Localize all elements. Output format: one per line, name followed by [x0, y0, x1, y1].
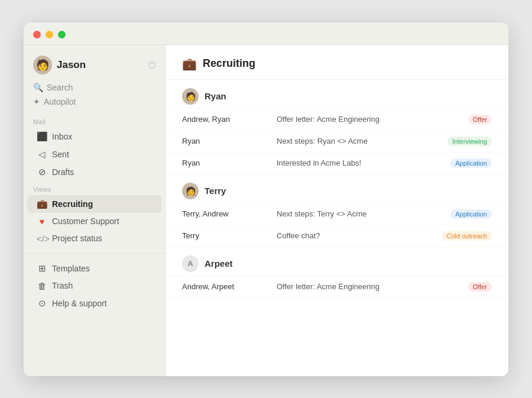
sidebar: 🧑 Jason ⬡ 🔍 Search ✦ Autopilot Mail ⬛ In… [24, 45, 166, 376]
sidebar-item-inbox[interactable]: ⬛ Inbox [27, 128, 161, 145]
app-window: 🧑 Jason ⬡ 🔍 Search ✦ Autopilot Mail ⬛ In… [24, 22, 508, 376]
email-subject: Coffee chat? [277, 231, 435, 240]
email-from: Ryan [182, 158, 277, 167]
search-icon: 🔍 [33, 83, 43, 92]
email-from: Ryan [182, 137, 277, 145]
sidebar-item-customer-support[interactable]: ♥ Customer Support [27, 213, 161, 230]
email-tag: Interviewing [447, 137, 492, 146]
email-tag: Cold outreach [442, 231, 492, 241]
contact-header-arpeet: A Arpeet [166, 247, 508, 276]
views-section-label: Views [24, 181, 165, 195]
avatar-terry: 🧑 [182, 183, 199, 199]
maximize-button[interactable] [58, 31, 66, 38]
templates-label: Templates [52, 264, 90, 273]
view-header-icon: 💼 [182, 57, 197, 71]
email-row[interactable]: Ryan Interested in Acme Labs! Applicatio… [166, 152, 508, 174]
drafts-label: Drafts [52, 167, 74, 177]
user-row: 🧑 Jason ⬡ [24, 52, 165, 80]
email-row[interactable]: Ryan Next steps: Ryan <> Acme Interviewi… [166, 130, 508, 152]
sidebar-item-trash[interactable]: 🗑 Trash [27, 277, 161, 295]
sent-label: Sent [52, 150, 69, 159]
project-status-label: Project status [52, 234, 102, 243]
email-row[interactable]: Terry Coffee chat? Cold outreach [166, 225, 508, 247]
contact-group-arpeet: A Arpeet Andrew, Arpeet Offer letter: Ac… [166, 247, 508, 298]
avatar-arpeet: A [182, 255, 199, 272]
contact-name-terry: Terry [205, 186, 226, 196]
email-subject: Interested in Acme Labs! [277, 158, 443, 167]
help-label: Help & support [52, 299, 107, 308]
email-row[interactable]: Andrew, Ryan Offer letter: Acme Engineer… [166, 108, 508, 130]
recruiting-label: Recruiting [52, 199, 93, 209]
app-body: 🧑 Jason ⬡ 🔍 Search ✦ Autopilot Mail ⬛ In… [24, 45, 508, 376]
email-tag: Application [450, 158, 492, 168]
email-from: Terry [182, 231, 277, 240]
contact-header-ryan: 🧑 Ryan [166, 80, 508, 108]
sidebar-item-help[interactable]: ⊙ Help & support [27, 295, 161, 312]
help-icon: ⊙ [37, 298, 47, 309]
email-subject: Offer letter: Acme Engineering [277, 115, 461, 124]
inbox-label: Inbox [52, 132, 72, 141]
sidebar-item-project-status[interactable]: </> Project status [27, 230, 161, 247]
autopilot-icon: ✦ [33, 97, 40, 106]
avatar-ryan: 🧑 [182, 88, 199, 105]
sidebar-divider [24, 253, 165, 254]
titlebar [24, 22, 508, 45]
email-row[interactable]: Terry, Andrew Next steps: Terry <> Acme … [166, 203, 508, 225]
mail-section-label: Mail [24, 114, 165, 128]
sidebar-item-sent[interactable]: ◁ Sent [27, 145, 161, 163]
email-subject: Offer letter: Acme Engineering [277, 282, 461, 291]
view-header-title: Recruiting [203, 57, 255, 70]
avatar: 🧑 [33, 56, 52, 75]
search-item[interactable]: 🔍 Search [24, 80, 165, 95]
email-from: Andrew, Ryan [182, 115, 277, 124]
email-from: Terry, Andrew [182, 209, 277, 218]
recruiting-icon: 💼 [37, 199, 47, 209]
email-tag: Offer [468, 115, 492, 124]
drafts-icon: ⊘ [37, 167, 47, 177]
sidebar-item-templates[interactable]: ⊞ Templates [27, 260, 161, 277]
customer-support-label: Customer Support [52, 216, 119, 226]
sidebar-item-drafts[interactable]: ⊘ Drafts [27, 163, 161, 181]
email-from: Andrew, Arpeet [182, 282, 277, 291]
sidebar-item-recruiting[interactable]: 💼 Recruiting [27, 195, 161, 213]
email-subject: Next steps: Terry <> Acme [277, 209, 443, 218]
close-button[interactable] [33, 31, 41, 38]
search-label: Search [47, 83, 73, 92]
trash-label: Trash [52, 281, 73, 290]
main-content: 💼 Recruiting 🧑 Ryan Andrew, Ryan Offer l… [166, 45, 508, 376]
sent-icon: ◁ [37, 149, 47, 160]
contact-group-terry: 🧑 Terry Terry, Andrew Next steps: Terry … [166, 174, 508, 247]
contact-name-ryan: Ryan [205, 91, 226, 101]
inbox-icon: ⬛ [37, 131, 47, 142]
autopilot-label: Autopilot [44, 97, 76, 106]
minimize-button[interactable] [46, 31, 53, 38]
email-row[interactable]: Andrew, Arpeet Offer letter: Acme Engine… [166, 276, 508, 297]
email-subject: Next steps: Ryan <> Acme [277, 137, 440, 145]
email-tag: Application [450, 209, 492, 219]
contact-name-arpeet: Arpeet [205, 258, 233, 268]
user-name: Jason [57, 59, 86, 71]
external-link-icon[interactable]: ⬡ [148, 60, 155, 70]
autopilot-item[interactable]: ✦ Autopilot [24, 95, 165, 109]
trash-icon: 🗑 [37, 281, 47, 291]
contact-header-terry: 🧑 Terry [166, 174, 508, 203]
project-status-icon: </> [37, 234, 47, 244]
view-header: 💼 Recruiting [166, 45, 508, 80]
contact-group-ryan: 🧑 Ryan Andrew, Ryan Offer letter: Acme E… [166, 80, 508, 174]
customer-support-icon: ♥ [37, 216, 47, 226]
email-tag: Offer [468, 282, 492, 292]
templates-icon: ⊞ [37, 263, 47, 274]
